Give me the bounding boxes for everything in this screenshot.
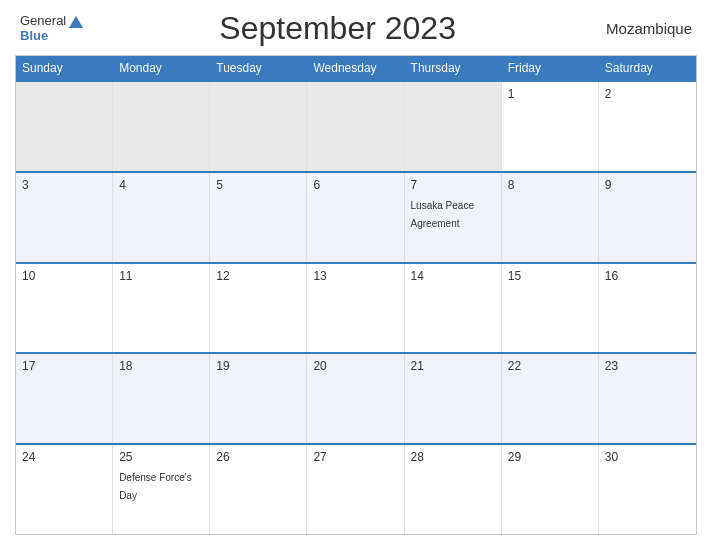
- day-cell-sep-10: 10: [16, 264, 113, 353]
- header-sunday: Sunday: [16, 56, 113, 80]
- day-number: 21: [411, 359, 495, 373]
- day-number: 6: [313, 178, 397, 192]
- day-cell-sep-27: 27: [307, 445, 404, 534]
- day-cell-sep-19: 19: [210, 354, 307, 443]
- day-number: 13: [313, 269, 397, 283]
- day-cell-sep-17: 17: [16, 354, 113, 443]
- day-cell-sep-2: 2: [599, 82, 696, 171]
- day-number: 19: [216, 359, 300, 373]
- calendar-container: General Blue September 2023 Mozambique S…: [0, 0, 712, 550]
- day-headers-row: Sunday Monday Tuesday Wednesday Thursday…: [16, 56, 696, 80]
- day-number: 10: [22, 269, 106, 283]
- day-cell-sep-21: 21: [405, 354, 502, 443]
- day-number: 5: [216, 178, 300, 192]
- day-number: 2: [605, 87, 690, 101]
- day-cell-sep-12: 12: [210, 264, 307, 353]
- day-cell-sep-28: 28: [405, 445, 502, 534]
- day-cell-sep-3: 3: [16, 173, 113, 262]
- day-number: 26: [216, 450, 300, 464]
- day-number: 24: [22, 450, 106, 464]
- day-cell-sep-8: 8: [502, 173, 599, 262]
- day-cell-sep-29: 29: [502, 445, 599, 534]
- logo-blue-text: Blue: [20, 29, 83, 43]
- day-number: 27: [313, 450, 397, 464]
- calendar-grid: Sunday Monday Tuesday Wednesday Thursday…: [15, 55, 697, 535]
- day-number: 22: [508, 359, 592, 373]
- day-cell-sep-18: 18: [113, 354, 210, 443]
- day-number: 8: [508, 178, 592, 192]
- day-number: 28: [411, 450, 495, 464]
- day-cell-sep-4: 4: [113, 173, 210, 262]
- day-cell-empty: [210, 82, 307, 171]
- day-cell-sep-24: 24: [16, 445, 113, 534]
- day-number: 30: [605, 450, 690, 464]
- event-lusaka-peace: Lusaka Peace Agreement: [411, 200, 474, 229]
- day-cell-empty: [307, 82, 404, 171]
- day-cell-sep-5: 5: [210, 173, 307, 262]
- day-cell-sep-1: 1: [502, 82, 599, 171]
- calendar-header: General Blue September 2023 Mozambique: [15, 10, 697, 47]
- day-number: 23: [605, 359, 690, 373]
- day-cell-sep-7: 7 Lusaka Peace Agreement: [405, 173, 502, 262]
- day-number: 17: [22, 359, 106, 373]
- day-cell-sep-23: 23: [599, 354, 696, 443]
- day-number: 3: [22, 178, 106, 192]
- calendar-title: September 2023: [83, 10, 592, 47]
- day-number: 29: [508, 450, 592, 464]
- day-number: 25: [119, 450, 203, 464]
- day-cell-sep-11: 11: [113, 264, 210, 353]
- week-row-2: 3 4 5 6 7 Lusaka Peace Agreement 8: [16, 171, 696, 262]
- header-wednesday: Wednesday: [307, 56, 404, 80]
- day-number: 15: [508, 269, 592, 283]
- day-cell-sep-25: 25 Defense Force's Day: [113, 445, 210, 534]
- day-cell-sep-22: 22: [502, 354, 599, 443]
- day-number: 20: [313, 359, 397, 373]
- day-number: 16: [605, 269, 690, 283]
- header-monday: Monday: [113, 56, 210, 80]
- day-cell-sep-20: 20: [307, 354, 404, 443]
- day-cell-sep-30: 30: [599, 445, 696, 534]
- day-cell-empty: [16, 82, 113, 171]
- logo-general-text: General: [20, 14, 83, 28]
- day-number: 12: [216, 269, 300, 283]
- week-row-3: 10 11 12 13 14 15 16: [16, 262, 696, 353]
- day-cell-empty: [405, 82, 502, 171]
- day-cell-sep-26: 26: [210, 445, 307, 534]
- event-defense-forces-day: Defense Force's Day: [119, 472, 192, 501]
- day-cell-sep-9: 9: [599, 173, 696, 262]
- day-cell-sep-16: 16: [599, 264, 696, 353]
- day-number: 1: [508, 87, 592, 101]
- week-row-4: 17 18 19 20 21 22 23: [16, 352, 696, 443]
- day-number: 14: [411, 269, 495, 283]
- week-row-1: 1 2: [16, 80, 696, 171]
- day-number: 4: [119, 178, 203, 192]
- day-cell-sep-6: 6: [307, 173, 404, 262]
- logo-triangle-icon: [69, 16, 83, 28]
- day-number: 18: [119, 359, 203, 373]
- country-name: Mozambique: [592, 20, 692, 37]
- day-cell-empty: [113, 82, 210, 171]
- header-thursday: Thursday: [405, 56, 502, 80]
- weeks-container: 1 2 3 4 5 6: [16, 80, 696, 534]
- day-number: 11: [119, 269, 203, 283]
- logo: General Blue: [20, 14, 83, 43]
- week-row-5: 24 25 Defense Force's Day 26 27 28 29: [16, 443, 696, 534]
- day-cell-sep-14: 14: [405, 264, 502, 353]
- day-cell-sep-13: 13: [307, 264, 404, 353]
- header-friday: Friday: [502, 56, 599, 80]
- day-number: 7: [411, 178, 495, 192]
- day-number: 9: [605, 178, 690, 192]
- header-saturday: Saturday: [599, 56, 696, 80]
- day-cell-sep-15: 15: [502, 264, 599, 353]
- header-tuesday: Tuesday: [210, 56, 307, 80]
